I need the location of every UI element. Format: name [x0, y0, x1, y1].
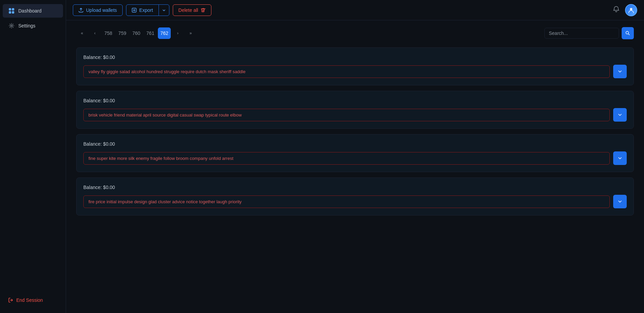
settings-icon [8, 22, 15, 29]
search-icon [625, 30, 630, 36]
trash-icon [201, 8, 206, 13]
bell-icon [613, 6, 620, 13]
delete-all-label: Delete all [179, 7, 198, 13]
wallet-phrase-row-1 [83, 65, 627, 78]
wallet-balance-3: Balance: $0.00 [83, 141, 627, 147]
wallet-phrase-input-1[interactable] [83, 65, 610, 78]
export-button[interactable]: Export [126, 5, 159, 16]
sidebar-item-dashboard[interactable]: Dashboard [3, 4, 63, 18]
wallet-phrase-input-2[interactable] [83, 109, 610, 121]
wallet-action-button-4[interactable] [613, 195, 627, 208]
chevron-down-icon [162, 8, 166, 12]
search-area [544, 27, 634, 39]
wallet-card-3: Balance: $0.00 [76, 134, 634, 172]
wallet-balance-1: Balance: $0.00 [83, 55, 627, 60]
page-last-button[interactable]: » [185, 27, 196, 39]
wallet-phrase-row-4 [83, 195, 627, 208]
delete-all-button[interactable]: Delete all [173, 4, 211, 16]
chevron-down-icon-1 [618, 69, 622, 74]
wallet-action-button-3[interactable] [613, 151, 627, 165]
chevron-down-icon-2 [618, 113, 622, 117]
pagination-bar: « ‹ 758 759 760 761 762 › » [76, 27, 634, 39]
sidebar-item-settings[interactable]: Settings [3, 19, 63, 33]
export-button-group: Export [126, 4, 169, 16]
wallet-balance-2: Balance: $0.00 [83, 98, 627, 103]
svg-point-0 [11, 25, 13, 27]
wallet-phrase-row-3 [83, 151, 627, 165]
wallet-card-2: Balance: $0.00 [76, 91, 634, 129]
page-759-button[interactable]: 759 [116, 27, 128, 39]
avatar-icon [628, 7, 635, 14]
wallet-balance-4: Balance: $0.00 [83, 185, 627, 190]
svg-point-2 [630, 8, 632, 10]
content-area: « ‹ 758 759 760 761 762 › » Balance: $0. [66, 20, 644, 313]
page-762-button[interactable]: 762 [158, 27, 170, 39]
upload-icon [79, 8, 83, 13]
export-dropdown-button[interactable] [159, 5, 169, 16]
export-label: Export [139, 7, 153, 13]
wallet-phrase-row-2 [83, 108, 627, 122]
chevron-down-icon-3 [618, 156, 622, 160]
page-760-button[interactable]: 760 [130, 27, 143, 39]
wallet-action-button-1[interactable] [613, 65, 627, 78]
search-button[interactable] [622, 27, 634, 39]
sidebar-settings-label: Settings [18, 23, 36, 28]
end-session-label: End Session [16, 297, 43, 303]
sidebar: Dashboard Settings End Session [0, 0, 66, 313]
wallet-phrase-input-3[interactable] [83, 152, 610, 165]
dashboard-icon [8, 7, 15, 14]
topbar-right [611, 4, 637, 16]
user-avatar[interactable] [625, 4, 637, 16]
main-content: Upload wallets Export Delete all [66, 0, 644, 313]
notifications-button[interactable] [611, 4, 621, 16]
sidebar-bottom: End Session [0, 291, 66, 310]
topbar: Upload wallets Export Delete all [66, 0, 644, 20]
page-758-button[interactable]: 758 [102, 27, 115, 39]
chevron-down-icon-4 [618, 200, 622, 204]
wallet-action-button-2[interactable] [613, 108, 627, 122]
wallet-phrase-input-4[interactable] [83, 195, 610, 208]
wallet-card-1: Balance: $0.00 [76, 47, 634, 85]
export-icon [132, 8, 137, 13]
end-session-icon [8, 297, 14, 303]
svg-point-3 [626, 32, 629, 34]
upload-wallets-label: Upload wallets [86, 7, 117, 13]
page-next-button[interactable]: › [172, 27, 184, 39]
end-session-button[interactable]: End Session [3, 294, 63, 306]
wallet-card-4: Balance: $0.00 [76, 178, 634, 215]
page-761-button[interactable]: 761 [144, 27, 157, 39]
page-first-button[interactable]: « [76, 27, 88, 39]
upload-wallets-button[interactable]: Upload wallets [73, 4, 123, 16]
page-prev-button[interactable]: ‹ [89, 27, 101, 39]
search-input[interactable] [544, 28, 619, 39]
sidebar-dashboard-label: Dashboard [18, 8, 42, 14]
